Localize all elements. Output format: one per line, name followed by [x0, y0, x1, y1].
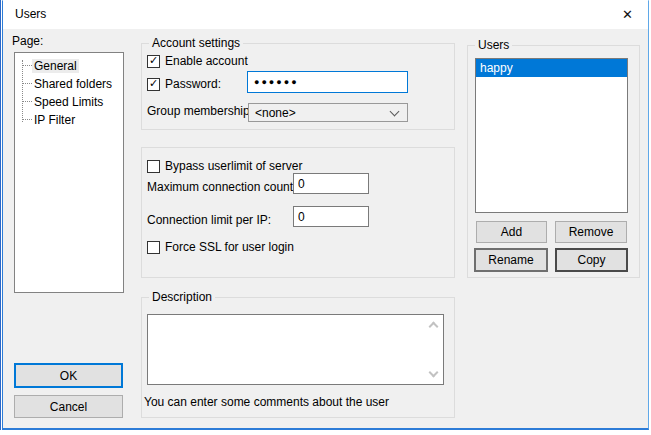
force-ssl-label: Force SSL for user login [165, 240, 294, 254]
checkbox-box: ✓ [147, 55, 160, 68]
connection-limit-ip-input[interactable] [293, 206, 369, 227]
bypass-userlimit-checkbox[interactable]: ✓ Bypass userlimit of server [147, 158, 302, 174]
password-checkbox[interactable]: ✓ Password: [147, 76, 221, 92]
close-button[interactable]: ✕ [606, 0, 649, 29]
account-settings-group: Account settings ✓ Enable account ✓ Pass… [141, 43, 455, 130]
group-membership-select[interactable]: <none> [248, 103, 408, 122]
remove-button[interactable]: Remove [555, 221, 627, 243]
description-title: Description [149, 290, 215, 304]
users-dialog-screen: Users ✕ Page: General Shared folders Spe… [0, 0, 651, 435]
tree-item-speed-limits[interactable]: Speed Limits [15, 93, 123, 111]
cancel-button[interactable]: Cancel [14, 395, 123, 418]
user-list-item[interactable]: happy [476, 59, 627, 77]
force-ssl-checkbox[interactable]: ✓ Force SSL for user login [147, 239, 294, 255]
group-membership-value: <none> [255, 105, 296, 121]
add-button[interactable]: Add [476, 221, 547, 243]
chevron-down-icon [390, 107, 400, 117]
copy-button[interactable]: Copy [555, 248, 628, 272]
check-icon: ✓ [149, 55, 158, 66]
description-group: Description You can enter some comments … [141, 297, 455, 418]
scroll-down-icon[interactable] [429, 368, 439, 378]
checkbox-box: ✓ [147, 241, 160, 254]
password-input[interactable] [247, 71, 408, 93]
scroll-up-icon[interactable] [429, 322, 439, 332]
users-group: Users happy Add Remove Rename Copy [467, 45, 640, 278]
tree-item-ip-filter[interactable]: IP Filter [15, 111, 123, 129]
limits-group: ✓ Bypass userlimit of server Maximum con… [141, 147, 455, 278]
title-bar: Users [3, 0, 648, 29]
password-label: Password: [165, 77, 221, 91]
max-connection-label: Maximum connection count: [147, 180, 296, 194]
background-window-edge [0, 0, 1, 430]
bypass-userlimit-label: Bypass userlimit of server [165, 159, 302, 173]
group-membership-label: Group membership: [147, 104, 253, 118]
connection-limit-ip-label: Connection limit per IP: [147, 213, 271, 227]
checkbox-box: ✓ [147, 160, 160, 173]
window-title: Users [15, 7, 46, 21]
account-settings-title: Account settings [149, 36, 243, 50]
enable-account-label: Enable account [165, 54, 248, 68]
description-textarea[interactable] [147, 314, 444, 385]
tree-item-general[interactable]: General [15, 57, 123, 75]
rename-button[interactable]: Rename [474, 248, 548, 272]
page-tree: General Shared folders Speed Limits IP F… [14, 52, 124, 293]
page-label: Page: [12, 34, 43, 48]
check-icon: ✓ [149, 78, 158, 89]
users-title: Users [475, 38, 512, 52]
checkbox-box: ✓ [147, 78, 160, 91]
description-hint: You can enter some comments about the us… [144, 395, 389, 409]
tree-item-shared-folders[interactable]: Shared folders [15, 75, 123, 93]
max-connection-input[interactable] [293, 173, 369, 194]
close-icon: ✕ [622, 7, 633, 22]
ok-button[interactable]: OK [14, 363, 123, 388]
users-list: happy [475, 58, 628, 213]
enable-account-checkbox[interactable]: ✓ Enable account [147, 53, 248, 69]
